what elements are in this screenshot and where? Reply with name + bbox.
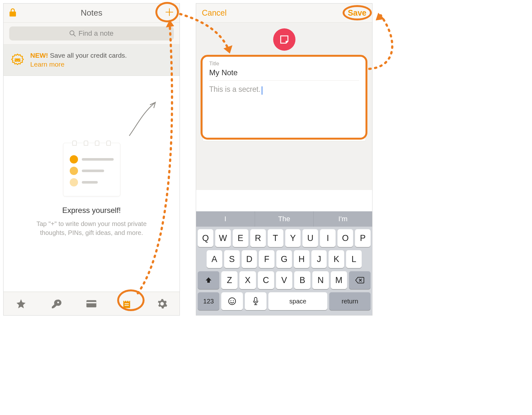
- key-g[interactable]: G: [276, 250, 292, 268]
- navbar: Cancel Save: [196, 4, 372, 23]
- suggestion-1[interactable]: The: [255, 211, 314, 227]
- key-y[interactable]: Y: [285, 229, 301, 247]
- card-icon: [86, 299, 97, 308]
- sticky-note-icon: [279, 34, 290, 45]
- search-container: Find a note: [4, 23, 180, 45]
- search-field[interactable]: Find a note: [9, 26, 174, 40]
- keyboard-suggestions: I The I'm: [196, 211, 372, 227]
- key-p[interactable]: P: [355, 229, 371, 247]
- promo-text: NEW! Save all your credit cards. Learn m…: [30, 51, 127, 69]
- svg-point-10: [231, 300, 231, 301]
- key-c[interactable]: C: [258, 271, 274, 289]
- tab-favorites[interactable]: [11, 294, 31, 313]
- edit-area: Title My Note This is a secret.: [196, 23, 372, 190]
- empty-state-heading: Express yourself!: [4, 206, 180, 215]
- lock-button[interactable]: [9, 8, 16, 18]
- key-t[interactable]: T: [268, 229, 283, 247]
- search-icon: [69, 30, 76, 37]
- promo-new-label: NEW!: [30, 52, 48, 59]
- svg-rect-12: [254, 297, 257, 302]
- key-s[interactable]: S: [224, 250, 240, 268]
- keyboard-row-2: A S D F G H J K L: [198, 250, 371, 268]
- key-v[interactable]: V: [276, 271, 292, 289]
- key-f[interactable]: F: [259, 250, 274, 268]
- empty-state-subtext: Tap "+" to write down your most private …: [4, 219, 180, 237]
- note-edit-screen: Cancel Save Title My Note This is a secr…: [196, 3, 372, 316]
- star-icon: [16, 298, 26, 309]
- lock-icon: [9, 8, 16, 17]
- backspace-icon: [355, 277, 365, 284]
- key-numbers[interactable]: 123: [198, 292, 219, 310]
- suggestion-0[interactable]: I: [196, 211, 255, 227]
- note-type-icon[interactable]: [273, 28, 295, 51]
- key-k[interactable]: K: [329, 250, 344, 268]
- tab-bar: [4, 292, 180, 315]
- svg-rect-3: [87, 302, 96, 303]
- key-shift[interactable]: [198, 271, 219, 289]
- key-b[interactable]: B: [294, 271, 310, 289]
- body-text: This is a secret.: [209, 85, 260, 93]
- navbar: Notes: [4, 4, 180, 23]
- notes-list-screen: Notes Find a note NEW! Save all your cre…: [3, 3, 180, 316]
- notes-icon: [122, 299, 132, 309]
- key-o[interactable]: O: [337, 229, 353, 247]
- svg-point-9: [229, 298, 236, 305]
- shift-icon: [205, 276, 212, 284]
- svg-line-1: [74, 34, 75, 36]
- key-z[interactable]: Z: [221, 271, 238, 289]
- key-i[interactable]: I: [320, 229, 336, 247]
- gear-icon: [157, 298, 167, 309]
- key-e[interactable]: E: [233, 229, 248, 247]
- key-w[interactable]: W: [215, 229, 231, 247]
- key-n[interactable]: N: [312, 271, 329, 289]
- svg-marker-15: [376, 13, 385, 20]
- empty-state: Express yourself! Tap "+" to write down …: [4, 76, 180, 237]
- key-q[interactable]: Q: [198, 229, 213, 247]
- key-emoji[interactable]: [221, 292, 243, 310]
- tab-settings[interactable]: [153, 294, 172, 313]
- cancel-button[interactable]: Cancel: [202, 8, 227, 18]
- promo-banner[interactable]: NEW! Save all your credit cards. Learn m…: [4, 45, 180, 76]
- body-input[interactable]: This is a secret.: [209, 85, 359, 95]
- key-x[interactable]: X: [239, 271, 256, 289]
- emoji-icon: [228, 297, 236, 305]
- add-note-button[interactable]: [165, 8, 174, 18]
- keyboard: I The I'm Q W E R T Y U I O P A S D F G …: [196, 211, 372, 315]
- key-j[interactable]: J: [311, 250, 327, 268]
- promo-learn-more-link[interactable]: Learn more: [30, 60, 64, 69]
- text-caret: [262, 86, 262, 95]
- save-button[interactable]: Save: [348, 8, 366, 18]
- title-label: Title: [209, 61, 359, 67]
- title-input[interactable]: My Note: [209, 68, 359, 81]
- plus-icon: [165, 8, 174, 17]
- key-h[interactable]: H: [294, 250, 309, 268]
- key-backspace[interactable]: [349, 271, 371, 289]
- svg-rect-5: [126, 300, 127, 302]
- tab-notes[interactable]: [117, 294, 136, 313]
- key-space[interactable]: space: [268, 292, 327, 310]
- svg-point-11: [233, 300, 234, 301]
- mic-icon: [253, 297, 259, 305]
- svg-rect-7: [124, 303, 129, 304]
- key-dictation[interactable]: [245, 292, 266, 310]
- key-icon: [51, 298, 62, 309]
- keyboard-row-3: Z X C V B N M: [198, 271, 371, 289]
- search-placeholder: Find a note: [78, 29, 113, 38]
- keyboard-row-4: 123 space return: [198, 292, 371, 310]
- promo-badge-icon: [11, 53, 25, 67]
- key-d[interactable]: D: [242, 250, 257, 268]
- keyboard-row-1: Q W E R T Y U I O P: [198, 229, 371, 247]
- svg-rect-4: [124, 300, 125, 302]
- note-graphic-icon: [63, 143, 120, 196]
- tab-wallet[interactable]: [82, 294, 101, 313]
- tab-passwords[interactable]: [47, 294, 66, 313]
- key-a[interactable]: A: [207, 250, 222, 268]
- key-l[interactable]: L: [346, 250, 362, 268]
- key-u[interactable]: U: [302, 229, 318, 247]
- promo-main-text: Save all your credit cards.: [50, 52, 127, 59]
- key-r[interactable]: R: [250, 229, 266, 247]
- key-return[interactable]: return: [329, 292, 371, 310]
- key-m[interactable]: M: [331, 271, 347, 289]
- svg-rect-8: [124, 305, 129, 306]
- suggestion-2[interactable]: I'm: [314, 211, 372, 227]
